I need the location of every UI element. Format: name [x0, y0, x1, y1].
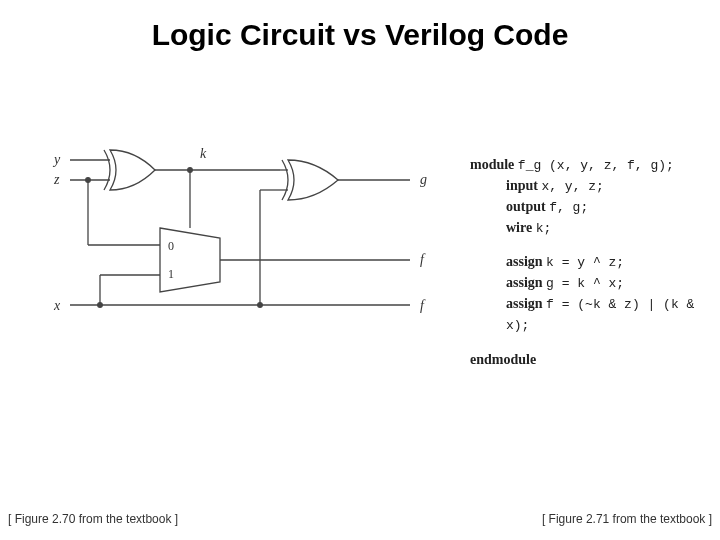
label-f-x: f	[420, 298, 426, 313]
mux-in1: 1	[168, 267, 174, 281]
label-z: z	[53, 172, 60, 187]
page-title: Logic Circuit vs Verilog Code	[0, 18, 720, 52]
assign-g: g = k ^ x;	[546, 276, 624, 291]
module-sig: f_g (x, y, z, f, g);	[518, 158, 674, 173]
assign-k: k = y ^ z;	[546, 255, 624, 270]
label-x: x	[53, 298, 61, 313]
kw-wire: wire	[506, 220, 532, 235]
label-k: k	[200, 146, 207, 161]
caption-right: [ Figure 2.71 from the textbook ]	[542, 512, 712, 526]
kw-input: input	[506, 178, 538, 193]
label-g: g	[420, 172, 427, 187]
output-args: f, g;	[549, 200, 588, 215]
kw-output: output	[506, 199, 546, 214]
code-line-wire: wire k;	[470, 218, 720, 239]
caption-left: [ Figure 2.70 from the textbook ]	[8, 512, 178, 526]
kw-assign-1: assign	[506, 254, 543, 269]
kw-endmodule: endmodule	[470, 352, 536, 367]
wire-args: k;	[536, 221, 552, 236]
code-line-assign-f: assign f = (~k & z) | (k & x);	[470, 294, 720, 336]
code-line-endmodule: endmodule	[470, 350, 720, 370]
blank-line	[470, 238, 720, 252]
code-line-input: input x, y, z;	[470, 176, 720, 197]
code-line-assign-k: assign k = y ^ z;	[470, 252, 720, 273]
blank-line-2	[470, 336, 720, 350]
label-f-mux: f	[420, 252, 426, 267]
code-line-output: output f, g;	[470, 197, 720, 218]
mux-in0: 0	[168, 239, 174, 253]
code-line-module: module f_g (x, y, z, f, g);	[470, 155, 720, 176]
code-line-assign-g: assign g = k ^ x;	[470, 273, 720, 294]
input-args: x, y, z;	[541, 179, 603, 194]
logic-circuit-diagram: y z x k g f f 0 1	[40, 140, 450, 370]
kw-assign-3: assign	[506, 296, 543, 311]
kw-assign-2: assign	[506, 275, 543, 290]
kw-module: module	[470, 157, 514, 172]
label-y: y	[52, 152, 61, 167]
circuit-svg: y z x k g f f 0 1	[40, 140, 450, 370]
verilog-code-block: module f_g (x, y, z, f, g); input x, y, …	[470, 155, 720, 370]
